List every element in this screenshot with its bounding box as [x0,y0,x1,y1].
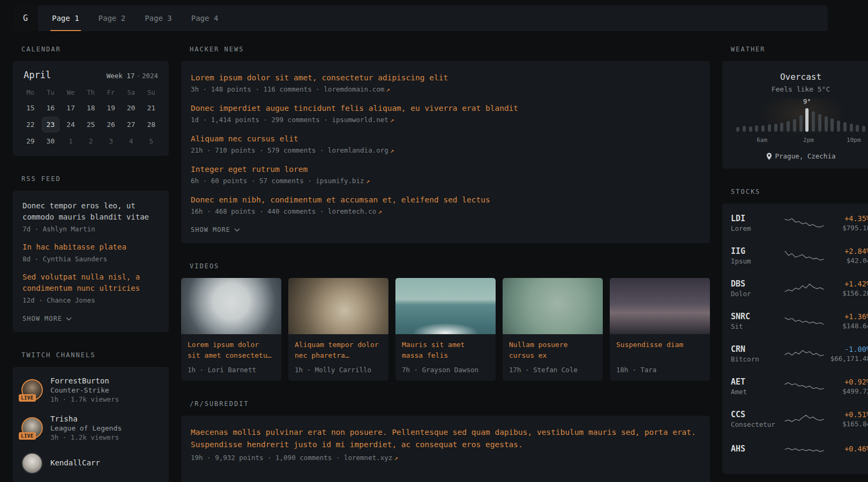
stock-values: +0.92% $499.72 [825,378,868,395]
calendar-days-grid: 15 16 17 18 19 20 21 [20,100,161,149]
twitch-channel[interactable]: LIVE Trisha League of Legends 3h · 1.2k … [21,415,160,441]
external-link-icon[interactable]: ↗ [390,146,394,154]
twitch-channel[interactable]: KendallCarr [21,453,160,474]
twitch-channel[interactable]: LIVE ForrestBurton Counter-Strike 1h · 1… [21,376,160,403]
rss-item: Donec tempor eros leo, ut commodo mauris… [23,200,159,233]
stock-name: Sit [731,322,784,330]
stock-change: +0.51% [825,410,868,419]
stock-row[interactable]: DBS Dolor +1.42% $156.28 [731,272,868,305]
hn-item-title[interactable]: Donec enim nibh, condimentum et accumsan… [191,194,700,206]
stock-values: +0.46% [825,445,868,454]
stock-sparkline [784,282,825,296]
stock-change: +2.84% [825,247,868,255]
video-card[interactable]: Lorem ipsum dolor sit amet consectetu… 1… [181,278,281,381]
external-link-icon[interactable]: ↗ [366,177,370,185]
external-link-icon[interactable]: ↗ [390,116,394,124]
stock-values: +1.36% $148.64 [825,312,868,330]
channel-avatar [21,453,43,474]
section-title-videos: VIDEOS [190,262,710,270]
section-title-calendar: CALENDAR [21,46,169,53]
video-card[interactable]: Aliquam tempor dolor nec pharetra… 1h · … [288,278,388,381]
weather-hour-bar [755,125,758,132]
stock-price: $795.18 [825,224,868,232]
weather-hour-bar [736,127,739,132]
video-card[interactable]: Mauris sit amet massa felis 7h · Grayson… [395,278,496,381]
calendar-day: 29 [21,133,39,149]
stock-row[interactable]: AHS +0.46% [731,435,868,463]
weather-card: Overcast Feels like 5°C 9° 6am 2pm 10pm [722,61,868,169]
app-logo[interactable]: G [13,5,38,31]
channel-avatar: LIVE [21,417,43,439]
page-tab[interactable]: Page 2 [97,5,128,31]
weather-hour-bar [837,120,840,132]
twitch-widget: TWITCH CHANNELS LIVE ForrestBurton Count… [13,351,169,482]
stock-row[interactable]: IIG Ipsum +2.84% $42.04 [731,239,868,272]
page-tab[interactable]: Page 4 [190,5,220,31]
stock-price: $499.72 [825,387,868,395]
video-card[interactable]: Suspendisse diam 18h · Tara [610,278,710,381]
external-link-icon[interactable]: ↗ [394,454,398,462]
video-title: Suspendisse diam [616,340,704,361]
channel-info: Trisha League of Legends 3h · 1.2k viewe… [50,415,122,441]
video-card-body: Lorem ipsum dolor sit amet consectetu… 1… [181,334,281,381]
stocks-widget: STOCKS LDI Lorem +4.35% $795.18 [722,188,868,474]
map-pin-icon [766,153,772,160]
rss-item-title[interactable]: In hac habitasse platea [23,242,159,253]
weather-hour-bar [761,125,765,132]
page-tab[interactable]: Page 3 [143,5,174,31]
stock-row[interactable]: LDI Lorem +4.35% $795.18 [731,207,868,239]
page-tab[interactable]: Page 1 [50,5,81,31]
rss-item-title[interactable]: Donec tempor eros leo, ut commodo mauris… [23,200,159,223]
calendar-separator: · [136,72,140,80]
stock-row[interactable]: CRN Bitcorn -1.00% $66,171.48 [731,337,868,370]
calendar-day: 25 [82,117,100,132]
chevron-down-icon [66,317,72,321]
stock-change: +0.46% [825,445,868,453]
video-thumbnail [395,278,496,334]
stock-row[interactable]: AET Amet +0.92% $499.72 [731,370,868,403]
show-more-label: SHOW MORE [191,226,230,234]
hn-item-title[interactable]: Donec imperdiet augue tincidunt felis al… [191,102,700,114]
stock-id: AHS [731,444,784,455]
video-card[interactable]: Nullam posuere cursus ex 17h · Stefan Co… [503,278,603,381]
subreddit-post-title[interactable]: Maecenas mollis pulvinar erat non posuer… [191,426,700,451]
calendar-week-label: Week 17·2024 [107,72,158,80]
hn-item-title[interactable]: Integer eget rutrum lorem [191,163,700,175]
stock-row[interactable]: SNRC Sit +1.36% $148.64 [731,305,868,337]
weather-hour-bar [856,125,859,132]
hn-item-title[interactable]: Aliquam nec cursus elit [191,133,700,145]
calendar-header: April Week 17·2024 [20,70,161,80]
video-title: Mauris sit amet massa felis [402,340,489,361]
channel-meta: 3h · 1.2k viewers [50,433,122,441]
rss-item-title[interactable]: Sed volutpat nulla nisl, a condimentum n… [23,272,159,294]
stock-row[interactable]: CCS Consectetur +0.51% $165.84 [731,403,868,435]
weekday-label: Fr [101,89,121,96]
hn-item-meta-text: 1d · 1,414 points · 299 comments · ipsum… [191,116,388,124]
time-label: 2pm [803,137,814,144]
page-tabs: Page 1 Page 2 Page 3 Page 4 [50,5,220,31]
stock-symbol: SNRC [731,312,784,321]
rss-show-more-button[interactable]: SHOW MORE [23,315,159,322]
hn-show-more-button[interactable]: SHOW MORE [191,226,700,234]
weather-location: Prague, Czechia [731,152,868,160]
weather-hour-bar [749,126,752,132]
stock-sparkline [784,347,825,361]
stock-change: -1.00% [825,345,868,353]
weekday-label: Sa [121,89,141,96]
weather-chart: 9° 6am 2pm 10pm [736,106,865,144]
twitch-card: LIVE ForrestBurton Counter-Strike 1h · 1… [13,367,169,482]
weather-hour-bar [818,114,821,132]
calendar-day: 2 [82,133,100,149]
external-link-icon[interactable]: ↗ [386,85,390,93]
calendar-day: 15 [21,100,39,116]
calendar-weekday-row: Mo Tu We Th Fr Sa Su [20,89,161,96]
external-link-icon[interactable]: ↗ [378,207,382,215]
hn-item-title[interactable]: Lorem ipsum dolor sit amet, consectetur … [191,72,700,84]
weekday-label: Th [81,89,101,96]
section-title-hackernews: HACKER NEWS [190,46,710,53]
stock-id: CCS Consectetur [731,410,784,428]
section-title-subreddit: /R/SUBREDDIT [190,400,710,408]
calendar-day: 30 [42,133,59,149]
calendar-month: April [24,70,51,80]
channel-game: Counter-Strike [50,386,119,394]
